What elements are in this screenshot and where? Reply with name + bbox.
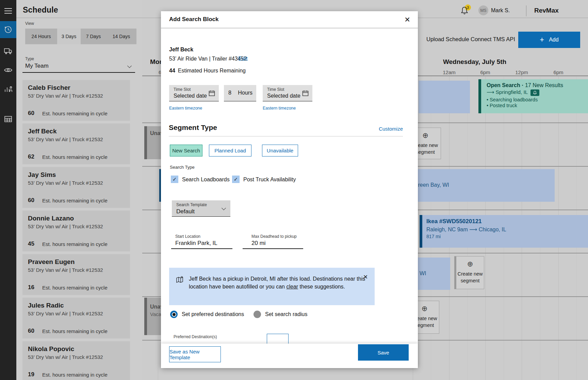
driver-hours: 62: [28, 153, 34, 160]
map-pin-icon: [176, 276, 184, 284]
view-button-7-days[interactable]: 7 Days: [81, 29, 106, 44]
banner-message: Jeff Beck has a pickup in Detroit, MI af…: [189, 275, 366, 291]
start-location-input[interactable]: Franklin Park, IL: [175, 240, 217, 247]
driver-hours: 60: [28, 197, 34, 204]
close-icon[interactable]: ✕: [402, 14, 413, 26]
timeslot-label: Time Slot: [267, 87, 284, 92]
driver-name: Nikola Popovic: [28, 345, 74, 353]
segment-type-planned-load[interactable]: Planned Load: [209, 145, 251, 156]
open-search-separator: ·: [522, 82, 523, 88]
start-timeslot-field[interactable]: Time Slot Selected date: [169, 85, 219, 101]
max-deadhead-underline: [243, 248, 303, 249]
view-button-3-days[interactable]: 3 Days: [57, 29, 81, 44]
checkbox-search-loadboards[interactable]: ✓: [171, 176, 178, 183]
user-name[interactable]: Mark S.: [491, 7, 510, 14]
driver-name: Donnie Lazano: [28, 215, 74, 222]
save-button[interactable]: Save: [358, 344, 409, 361]
green-bay-label: Green Bay, WI: [414, 182, 449, 188]
notifications-bell-icon[interactable]: [460, 6, 469, 17]
driver-card[interactable]: Nikola Popovic 53’ Dry Van w/ Air | Truc…: [22, 341, 130, 380]
radio-unselected-icon: [254, 311, 261, 318]
brand-logo: RevMax: [534, 7, 559, 14]
schedule-block-plain[interactable]: [419, 81, 470, 113]
modal-driver-equipment: 53’ Air Ride Van | Trailer #43452: [169, 56, 247, 62]
open-search-title: Open Search: [487, 82, 520, 88]
driver-hours-label: Est. hours remaining in cycle: [42, 111, 108, 116]
driver-card[interactable]: Caleb Fischer 53’ Dry Van w/ Air | Truck…: [22, 80, 130, 121]
view-button-14-days[interactable]: 14 Days: [106, 29, 136, 44]
search-type-label: Search Type: [170, 165, 195, 170]
banner-text-after: these suggestions.: [298, 284, 345, 290]
radio-set-search-radius[interactable]: Set search radius: [254, 311, 308, 318]
driver-card[interactable]: Donnie Lazano 53’ Dry Van w/ Air | Truck…: [22, 211, 130, 251]
segment-type-unavailable[interactable]: Unavailable: [262, 145, 298, 156]
type-select-underline: [22, 72, 135, 73]
timezone-link[interactable]: Eastern timezone: [169, 106, 202, 111]
plus-circle-icon: ⊕: [456, 260, 484, 268]
app-sidebar: [0, 0, 16, 380]
driver-card[interactable]: Jay Sims 53’ Dry Van w/ Air | Truck #125…: [22, 167, 130, 208]
driver-card[interactable]: Jules Radic 53’ Dry Van w/ Air | Truck #…: [22, 298, 130, 338]
duration-hours-field[interactable]: 8 Hours: [224, 85, 256, 101]
checkbox-label-post-truck-availability[interactable]: Post Truck Availability: [243, 177, 296, 183]
connect-tms-api-button[interactable]: Connect TMS API: [471, 36, 515, 43]
driver-name: Jeff Beck: [28, 128, 57, 135]
radio-selected-icon: [170, 311, 178, 318]
radio-set-preferred-destinations[interactable]: Set preferred destinations: [170, 311, 244, 318]
driver-hours: 19: [28, 371, 34, 378]
create-segment-card[interactable]: ⊕ Create new segment: [454, 256, 484, 289]
checkmark-icon: ✓: [234, 176, 238, 182]
calendar-icon[interactable]: [209, 90, 215, 98]
sidebar-item-truck-icon[interactable]: [0, 43, 16, 59]
sidebar-item-table-icon[interactable]: [0, 111, 16, 127]
segment-type-heading: Segment Type: [169, 123, 217, 132]
edit-link[interactable]: Edit: [238, 56, 248, 62]
driver-card[interactable]: Praveen Eugen 53’ Dry Van w/ Air | Truck…: [22, 254, 130, 295]
driver-card[interactable]: Jeff Beck 53’ Dry Van w/ Air | Truck #12…: [22, 123, 130, 164]
upload-schedule-button[interactable]: Upload Schedule: [426, 36, 469, 43]
view-label: View: [25, 21, 34, 26]
checkbox-post-truck-availability[interactable]: ✓: [232, 176, 240, 183]
driver-name: Jay Sims: [28, 171, 56, 179]
checkbox-label-search-loadboards[interactable]: Search Loadboards: [182, 177, 230, 183]
save-as-new-template-button[interactable]: Save as New Template: [169, 346, 221, 362]
max-deadhead-input[interactable]: 20 mi: [251, 240, 266, 247]
driver-name: Praveen Eugen: [28, 258, 75, 266]
driver-hours-label: Est. hours remaining in cycle: [42, 198, 108, 203]
page-title: Schedule: [23, 5, 58, 15]
panel-divider: [16, 18, 142, 18]
duration-unit: Hours: [238, 90, 252, 96]
modal-driver-name: Jeff Beck: [169, 47, 193, 53]
sidebar-item-eye-icon[interactable]: [0, 62, 16, 78]
driver-equipment: 53’ Dry Van w/ Air | Truck #12532: [28, 180, 103, 186]
driver-hours-label: Est. hours remaining in cycle: [42, 328, 108, 334]
driver-hours: 45: [28, 241, 34, 247]
clear-link[interactable]: clear: [286, 284, 298, 290]
add-button[interactable]: + Add: [518, 32, 580, 48]
timeslot-value: Selected date: [174, 93, 207, 99]
hamburger-menu-icon[interactable]: [0, 3, 16, 19]
end-timeslot-field[interactable]: Time Slot Selected date: [263, 85, 312, 101]
bell-badge-icon[interactable]: [530, 89, 539, 96]
avatar[interactable]: MS: [478, 5, 488, 15]
type-select[interactable]: My Team: [25, 63, 49, 69]
calendar-icon[interactable]: [302, 90, 309, 98]
sidebar-item-schedule-history-icon[interactable]: [0, 21, 16, 38]
driver-hours-label: Est. hours remaining in cycle: [42, 372, 108, 378]
driver-hours: 60: [28, 110, 34, 117]
timeslot-value: Selected date: [267, 93, 300, 99]
schedule-block-open-search[interactable]: Open Search · 17 New Results ⟶ Springfie…: [478, 79, 588, 113]
banner-close-icon[interactable]: ✕: [361, 272, 370, 281]
view-button-24-hours[interactable]: 24 Hours: [25, 29, 57, 44]
tick-label: 12pm: [510, 69, 534, 75]
chevron-down-icon: [222, 206, 226, 210]
sidebar-item-analytics-icon[interactable]: [0, 81, 16, 97]
timezone-link[interactable]: Eastern timezone: [263, 106, 296, 111]
create-segment-label: Create new segment: [456, 271, 484, 284]
schedule-block-ikea-load[interactable]: Ikea #SWD55020121 Raleigh, NC 9am ⟶ Chic…: [420, 215, 588, 248]
segment-type-new-search[interactable]: New Search: [170, 145, 202, 156]
search-template-select[interactable]: Search Template Default: [172, 200, 230, 217]
estimated-hours-label: Estimated Hours Remaining: [178, 68, 246, 73]
view-toggle-group: 24 Hours 3 Days 7 Days 14 Days: [25, 29, 136, 44]
customize-link[interactable]: Customize: [379, 126, 403, 132]
